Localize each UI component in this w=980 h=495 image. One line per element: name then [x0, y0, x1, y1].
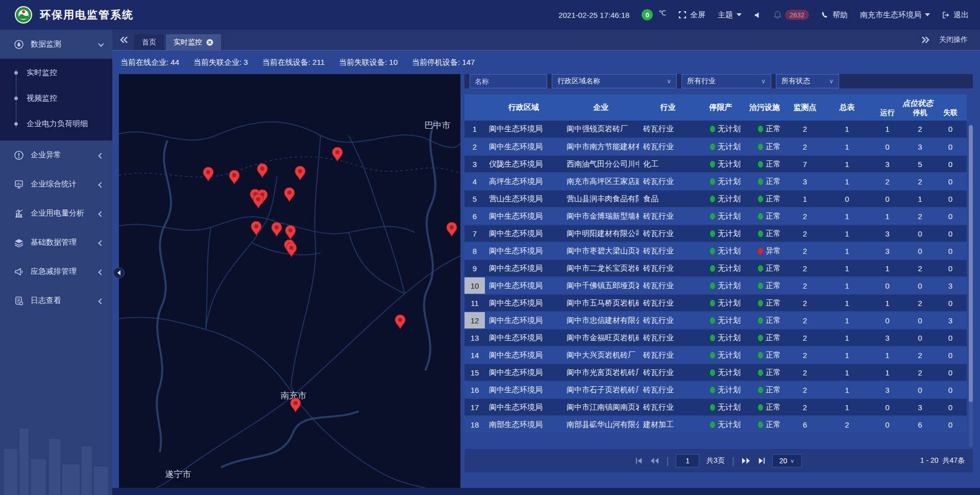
region-filter-select[interactable]: 行政区域名称∨	[552, 74, 677, 88]
table-row[interactable]: 2阆中生态环境局阆中市南方节能建材有砖瓦行业无计划正常21030	[464, 138, 967, 155]
table-row[interactable]: 9阆中生态环境局阆中市二龙长宝页岩砖砖瓦行业无计划正常21120	[464, 260, 967, 277]
tabs-scroll-left-button[interactable]	[119, 36, 128, 43]
cell-company: 阆中市石子页岩机砖厂	[562, 381, 639, 398]
map-city-label: 巴中市	[425, 120, 451, 131]
map-marker-pin[interactable]	[251, 221, 262, 237]
prev-page-button[interactable]	[650, 457, 659, 464]
cell-offline: 0	[934, 329, 967, 346]
status-dot	[758, 282, 763, 289]
logout-button[interactable]: 退出	[942, 10, 969, 20]
next-page-button[interactable]	[742, 457, 750, 464]
double-chevron-right-icon[interactable]	[921, 36, 930, 43]
cell-offline: 3	[934, 277, 967, 294]
cell-total-meters: 0	[825, 190, 869, 207]
first-page-button[interactable]	[635, 457, 643, 464]
table-row[interactable]: 8阆中生态环境局阆中市枣碧大梁山页岩砖瓦行业无计划异常21300	[464, 242, 967, 260]
cell-treatment-status: 正常	[745, 173, 785, 190]
sidebar-item[interactable]: 基础数据管理	[0, 228, 112, 257]
map-marker-pin[interactable]	[203, 167, 214, 182]
sidebar-subitem[interactable]: 实时监控	[0, 60, 112, 85]
map-marker-pin[interactable]	[286, 243, 297, 258]
help-button[interactable]: 帮助	[821, 10, 848, 20]
table-scrollbar[interactable]	[969, 125, 973, 447]
map-marker-pin[interactable]	[290, 398, 301, 413]
scrollbar-thumb[interactable]	[969, 125, 973, 402]
table-row[interactable]: 13阆中生态环境局阆中市金福旺页岩机砖砖瓦行业无计划正常21300	[464, 329, 967, 346]
table-row[interactable]: 17阆中生态环境局阆中市江南镇阆南页岩砖瓦行业无计划正常21030	[464, 398, 967, 416]
table-row[interactable]: 7阆中生态环境局阆中明阳建材有限公司砖瓦行业无计划正常21300	[464, 225, 967, 242]
cell-company: 阆中市江南镇阆南页岩	[562, 398, 639, 416]
sidebar-item[interactable]: 数据监测	[0, 30, 112, 59]
map-marker-pin[interactable]	[285, 225, 296, 241]
sidebar-item[interactable]: 日志查看	[0, 286, 112, 315]
status-filter-select[interactable]: 所有状态∨	[776, 74, 839, 88]
cell-monitor-points: 2	[785, 260, 825, 277]
notifications-widget[interactable]: 2632	[774, 10, 809, 20]
table-row[interactable]: 12阆中生态环境局阆中市忠信建材有限公砖瓦行业无计划正常21003	[464, 312, 967, 329]
table-row[interactable]: 11阆中生态环境局阆中市五马桥页岩机砖砖瓦行业无计划正常21120	[464, 294, 967, 312]
cell-company: 阆中市金博瑞新型墙材	[562, 207, 639, 225]
close-operations-button[interactable]: 关闭操作	[939, 35, 968, 44]
table-row[interactable]: 3仪陇生态环境局西南油气田分公司川中化工无计划正常71350	[464, 155, 967, 173]
cell-stop-status: 无计划	[697, 312, 745, 329]
cell-stop-status: 无计划	[697, 416, 745, 433]
map-collapse-button[interactable]	[113, 267, 125, 278]
status-dot	[758, 421, 763, 428]
last-page-button[interactable]	[757, 457, 765, 464]
table-row[interactable]: 15阆中生态环境局阆中市光富页岩机砖厂砖瓦行业无计划正常21120	[464, 364, 967, 381]
map-marker-pin[interactable]	[332, 147, 343, 162]
map-marker-pin[interactable]	[395, 315, 406, 330]
cell-total-meters: 1	[825, 173, 869, 190]
col-offline: 失联	[934, 108, 967, 121]
tab-close-icon[interactable]	[206, 39, 213, 46]
cell-offline: 0	[934, 242, 967, 260]
map-marker-pin[interactable]	[253, 194, 264, 209]
map-marker-pin[interactable]	[229, 170, 240, 185]
sidebar-item[interactable]: 企业异常	[0, 140, 112, 170]
table-row[interactable]: 6阆中生态环境局阆中市金博瑞新型墙材砖瓦行业无计划正常21120	[464, 207, 967, 225]
tab-home[interactable]: 首页	[134, 34, 164, 50]
tab-realtime-monitoring[interactable]: 实时监控	[166, 34, 221, 50]
sidebar-menu: 数据监测实时监控视频监控企业电力负荷明细企业异常企业综合统计企业用电量分析基础数…	[0, 30, 112, 315]
organization-dropdown[interactable]: 南充市生态环境局	[860, 10, 930, 20]
row-index: 16	[464, 381, 485, 398]
map-panel[interactable]: 巴中市南充市遂宁市	[119, 74, 460, 488]
cell-company: 阆中市光富页岩机砖厂	[562, 364, 639, 381]
page-size-select[interactable]: 20∨	[772, 454, 802, 467]
col-company: 企业	[562, 95, 639, 121]
sidebar-item[interactable]: 企业综合统计	[0, 170, 112, 199]
table-row[interactable]: 18南部生态环境局南部县砿华山河有限公建材加工无计划正常62060	[464, 416, 967, 433]
page-number-input[interactable]	[676, 454, 699, 467]
sidebar-item[interactable]: 企业用电量分析	[0, 199, 112, 228]
cell-company: 阆中大兴页岩机砖厂	[562, 346, 639, 364]
table-row[interactable]: 5营山生态环境局营山县润丰肉食品有限食品无计划正常10010	[464, 190, 967, 207]
map-marker-pin[interactable]	[257, 163, 268, 179]
row-index: 10	[464, 277, 485, 294]
table-row[interactable]: 1阆中生态环境局阆中强锐页岩砖厂砖瓦行业无计划正常21120	[464, 121, 967, 138]
sidebar-item[interactable]: 应急减排管理	[0, 257, 112, 286]
sidebar-subitem[interactable]: 视频监控	[0, 85, 112, 111]
cell-stopped: 2	[906, 346, 934, 364]
map-marker-pin[interactable]	[295, 166, 306, 181]
cell-treatment-status: 正常	[745, 260, 785, 277]
table-row[interactable]: 14阆中生态环境局阆中大兴页岩机砖厂砖瓦行业无计划正常21120	[464, 346, 967, 364]
col-group-point-status: 点位状态	[869, 95, 967, 108]
mute-speaker-button[interactable]	[754, 11, 762, 19]
map-marker-pin[interactable]	[271, 222, 282, 238]
sidebar-subitem[interactable]: 企业电力负荷明细	[0, 111, 112, 136]
map-marker-pin[interactable]	[446, 222, 457, 238]
table-row[interactable]: 10阆中生态环境局阆中千佛镇五郎垭页岩砖瓦行业无计划正常21003	[464, 277, 967, 294]
status-dot	[710, 144, 715, 150]
name-filter-input[interactable]	[470, 74, 547, 88]
cell-monitor-points: 2	[785, 225, 825, 242]
row-index: 18	[464, 416, 485, 433]
table-row[interactable]: 16阆中生态环境局阆中市石子页岩机砖厂砖瓦行业无计划正常21300	[464, 381, 967, 398]
table-row[interactable]: 4高坪生态环境局南充市高坪区王家店建砖瓦行业无计划正常31220	[464, 173, 967, 190]
theme-dropdown[interactable]: 主题	[718, 10, 742, 20]
industry-filter-select[interactable]: 所有行业∨	[681, 74, 771, 88]
cell-offline: 0	[934, 416, 967, 433]
app-window: 环保用电监管系统 2021-02-25 17:46:18 0 ℃ 全屏 主题 2…	[0, 0, 980, 495]
map-marker-pin[interactable]	[284, 187, 295, 203]
fullscreen-button[interactable]: 全屏	[678, 10, 705, 20]
cell-region: 阆中生态环境局	[485, 364, 562, 381]
